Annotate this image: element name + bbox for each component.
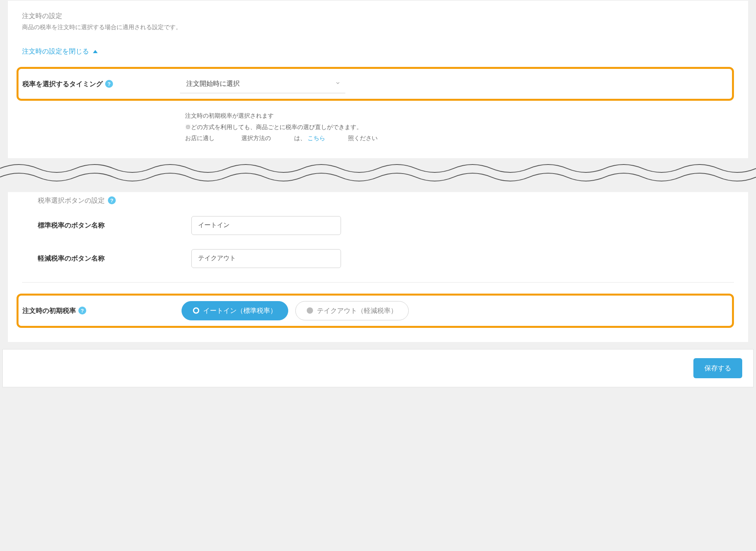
highlight-timing-box: 税率を選択するタイミング ? 注文開始時に選択 [17,67,734,101]
timing-label: 税率を選択するタイミング ? [22,80,172,89]
standard-rate-label: 標準税率のボタン名称 [38,221,191,230]
help-icon[interactable]: ? [78,307,86,314]
default-rate-radio-group: イートイン（標準税率） テイクアウト（軽減税率） [182,301,728,320]
section-title: 注文時の設定 [22,11,734,20]
radio-take-out[interactable]: テイクアウト（軽減税率） [295,301,409,320]
help-icon[interactable]: ? [105,80,113,88]
section-description: 商品の税率を注文時に選択する場合に適用される設定です。 [22,24,734,31]
timing-helper-text: 注文時の初期税率が選択されます ※どの方式を利用しても、商品ごとに税率の選び直し… [185,110,734,144]
radio-indicator-icon [307,307,313,314]
highlight-default-rate-box: 注文時の初期税率 ? イートイン（標準税率） テイクアウト（軽減税率） [17,294,734,328]
wave-divider [0,161,756,184]
divider [22,282,734,283]
radio-indicator-icon [193,307,199,314]
reduced-rate-input[interactable] [191,249,341,268]
radio-eat-in[interactable]: イートイン（標準税率） [182,301,288,320]
help-link[interactable]: こちら [308,135,325,141]
button-settings-card: 税率選択ボタンの設定 ? 標準税率のボタン名称 軽減税率のボタン名称 注文時の初… [8,192,748,342]
button-settings-title: 税率選択ボタンの設定 ? [38,196,734,205]
help-icon[interactable]: ? [108,196,116,204]
collapse-toggle[interactable]: 注文時の設定を閉じる [22,47,98,56]
settings-card: 注文時の設定 商品の税率を注文時に選択する場合に適用される設定です。 注文時の設… [8,0,748,158]
standard-rate-input[interactable] [191,216,341,235]
timing-select-value: 注文開始時に選択 [180,74,345,93]
timing-select[interactable]: 注文開始時に選択 [180,74,345,93]
collapse-label: 注文時の設定を閉じる [22,47,89,56]
save-button[interactable]: 保存する [693,358,742,378]
reduced-rate-label: 軽減税率のボタン名称 [38,254,191,263]
default-rate-label: 注文時の初期税率 ? [22,306,182,315]
footer-bar: 保存する [2,349,754,387]
chevron-up-icon [93,50,98,53]
